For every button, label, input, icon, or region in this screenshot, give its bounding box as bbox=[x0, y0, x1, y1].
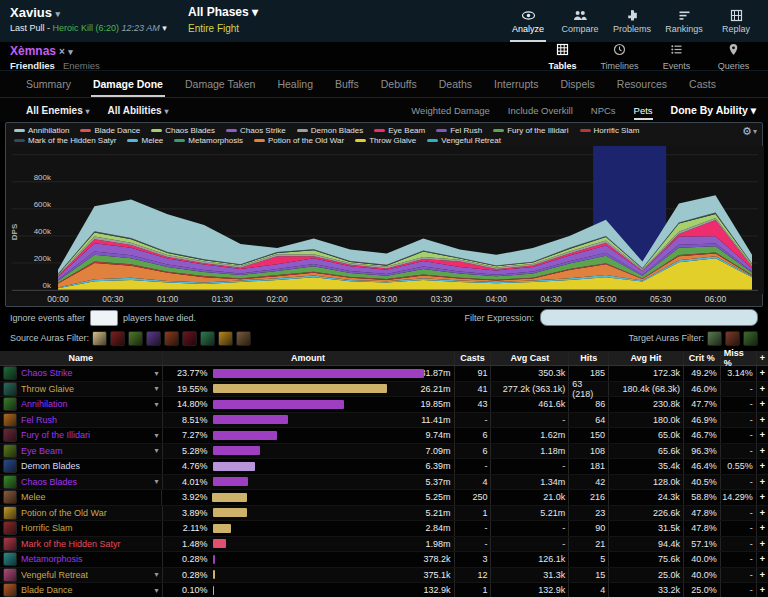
view-item-events[interactable]: Events bbox=[648, 42, 705, 70]
row-expand-caret[interactable]: ▾ bbox=[151, 570, 158, 579]
source-aura-icon[interactable] bbox=[128, 331, 143, 346]
ability-name[interactable]: Annihilation bbox=[21, 399, 68, 409]
row-expand-caret[interactable]: ▾ bbox=[151, 384, 158, 393]
row-expand-caret[interactable]: ▾ bbox=[151, 446, 158, 455]
legend-item[interactable]: Melee bbox=[127, 136, 163, 145]
nav-item-compare[interactable]: Compare bbox=[554, 0, 606, 42]
target-aura-icon[interactable] bbox=[707, 331, 722, 346]
toggle-pets[interactable]: Pets bbox=[634, 105, 653, 116]
tab-casts[interactable]: Casts bbox=[689, 71, 716, 97]
legend-item[interactable]: Throw Glaive bbox=[355, 136, 416, 145]
ability-name[interactable]: Potion of the Old War bbox=[21, 508, 107, 518]
expand-row-button[interactable]: + bbox=[756, 459, 768, 474]
tab-buffs[interactable]: Buffs bbox=[335, 71, 359, 97]
ability-name[interactable]: Chaos Blades bbox=[21, 477, 77, 487]
legend-item[interactable]: Demon Blades bbox=[297, 126, 363, 135]
abilities-dropdown[interactable]: All Abilities ▾ bbox=[108, 105, 169, 116]
toggle-npcs[interactable]: NPCs bbox=[591, 105, 616, 116]
boss-name[interactable]: Xavius bbox=[10, 5, 52, 20]
column-header-avg-hit[interactable]: Avg Hit bbox=[608, 351, 683, 365]
expand-row-button[interactable]: + bbox=[756, 444, 768, 459]
legend-item[interactable]: Annihilation bbox=[14, 126, 69, 135]
view-item-tables[interactable]: Tables bbox=[534, 42, 591, 70]
toggle-weighted-damage[interactable]: Weighted Damage bbox=[411, 105, 490, 116]
expand-row-button[interactable]: + bbox=[756, 506, 768, 521]
ability-name[interactable]: Eye Beam bbox=[21, 446, 63, 456]
tab-healing[interactable]: Healing bbox=[277, 71, 313, 97]
source-aura-icon[interactable] bbox=[200, 331, 215, 346]
expand-row-button[interactable]: + bbox=[756, 428, 768, 443]
row-expand-caret[interactable]: ▾ bbox=[151, 400, 158, 409]
target-aura-icon[interactable] bbox=[725, 331, 740, 346]
column-header-avg-cast[interactable]: Avg Cast bbox=[490, 351, 568, 365]
row-expand-caret[interactable]: ▾ bbox=[151, 477, 158, 486]
tab-damage-done[interactable]: Damage Done bbox=[93, 71, 163, 97]
legend-item[interactable]: Metamorphosis bbox=[174, 136, 243, 145]
row-expand-caret[interactable]: ▾ bbox=[151, 431, 158, 440]
source-aura-icon[interactable] bbox=[146, 331, 161, 346]
legend-item[interactable]: Eye Beam bbox=[374, 126, 425, 135]
enemies-dropdown[interactable]: All Enemies ▾ bbox=[26, 105, 90, 116]
target-aura-icon[interactable] bbox=[743, 331, 758, 346]
column-header-plus[interactable]: + bbox=[756, 351, 768, 365]
friendlies-tab[interactable]: Friendlies bbox=[10, 60, 55, 71]
phase-label[interactable]: All Phases bbox=[188, 5, 249, 19]
expand-row-button[interactable]: + bbox=[756, 397, 768, 412]
legend-item[interactable]: Chaos Strike bbox=[226, 126, 286, 135]
column-header-casts[interactable]: Casts bbox=[454, 351, 491, 365]
pull-selector[interactable]: Last Pull - Heroic Kill (6:20) 12:23 AM … bbox=[10, 23, 178, 33]
stacked-area-chart[interactable]: 0k200k400k600k800k00:0000:3001:0001:3002… bbox=[6, 146, 764, 306]
deaths-count-input[interactable] bbox=[90, 310, 118, 326]
legend-item[interactable]: Fel Rush bbox=[436, 126, 482, 135]
expand-row-button[interactable]: + bbox=[756, 490, 768, 505]
ability-name[interactable]: Metamorphosis bbox=[21, 554, 83, 564]
expand-row-button[interactable]: + bbox=[756, 568, 768, 583]
toggle-include-overkill[interactable]: Include Overkill bbox=[508, 105, 573, 116]
selected-player-name[interactable]: Xèmnas bbox=[10, 44, 56, 58]
phase-selector[interactable]: All Phases ▾ Entire Fight bbox=[178, 0, 258, 42]
ability-name[interactable]: Fel Rush bbox=[21, 415, 57, 425]
tab-deaths[interactable]: Deaths bbox=[439, 71, 472, 97]
ability-name[interactable]: Demon Blades bbox=[21, 461, 80, 471]
column-header-amount[interactable]: Amount bbox=[162, 351, 454, 365]
column-header-name[interactable]: Name bbox=[0, 351, 162, 365]
tab-summary[interactable]: Summary bbox=[26, 71, 71, 97]
expand-row-button[interactable]: + bbox=[756, 413, 768, 428]
column-header-crit[interactable]: Crit % bbox=[683, 351, 720, 365]
expand-row-button[interactable]: + bbox=[756, 382, 768, 397]
legend-item[interactable]: Chaos Blades bbox=[151, 126, 215, 135]
filter-expression-input[interactable] bbox=[540, 309, 758, 326]
legend-item[interactable]: Vengeful Retreat bbox=[427, 136, 501, 145]
ability-name[interactable]: Mark of the Hidden Satyr bbox=[21, 539, 121, 549]
nav-item-replay[interactable]: Replay bbox=[710, 0, 762, 42]
expand-row-button[interactable]: + bbox=[756, 521, 768, 536]
legend-item[interactable]: Blade Dance bbox=[80, 126, 140, 135]
legend-item[interactable]: Horrific Slam bbox=[580, 126, 640, 135]
row-expand-caret[interactable]: ▾ bbox=[151, 586, 158, 595]
ability-name[interactable]: Fury of the Illidari bbox=[21, 430, 90, 440]
close-icon[interactable]: × bbox=[59, 46, 65, 57]
source-aura-icon[interactable] bbox=[92, 331, 107, 346]
expand-row-button[interactable]: + bbox=[756, 583, 768, 597]
chart-settings[interactable]: ⚙▾ bbox=[742, 125, 757, 138]
legend-item[interactable]: Mark of the Hidden Satyr bbox=[14, 136, 116, 145]
expand-row-button[interactable]: + bbox=[756, 475, 768, 490]
column-header-miss[interactable]: Miss % bbox=[720, 351, 756, 365]
nav-item-problems[interactable]: Problems bbox=[606, 0, 658, 42]
tab-dispels[interactable]: Dispels bbox=[560, 71, 594, 97]
tab-interrupts[interactable]: Interrupts bbox=[494, 71, 538, 97]
nav-item-rankings[interactable]: Rankings bbox=[658, 0, 710, 42]
ability-name[interactable]: Melee bbox=[21, 492, 46, 502]
legend-item[interactable]: Potion of the Old War bbox=[254, 136, 344, 145]
ability-name[interactable]: Blade Dance bbox=[21, 585, 73, 595]
legend-item[interactable]: Fury of the Illidari bbox=[493, 126, 568, 135]
ability-name[interactable]: Horrific Slam bbox=[21, 523, 73, 533]
nav-item-analyze[interactable]: Analyze bbox=[502, 0, 554, 42]
view-item-queries[interactable]: Queries bbox=[705, 42, 762, 70]
view-item-timelines[interactable]: Timelines bbox=[591, 42, 648, 70]
source-aura-icon[interactable] bbox=[110, 331, 125, 346]
expand-row-button[interactable]: + bbox=[756, 537, 768, 552]
chevron-down-icon[interactable]: ▾ bbox=[68, 47, 73, 57]
ability-name[interactable]: Throw Glaive bbox=[21, 384, 74, 394]
source-aura-icon[interactable] bbox=[164, 331, 179, 346]
